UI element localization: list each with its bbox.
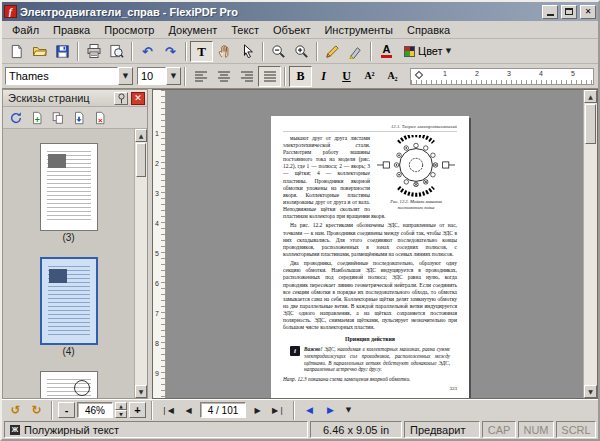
ruler-number: 9 bbox=[155, 370, 159, 377]
bold-button[interactable]: B bbox=[289, 66, 312, 87]
zoom-out-tool-button[interactable] bbox=[267, 41, 290, 62]
move-page-button[interactable] bbox=[69, 108, 89, 127]
last-page-button[interactable]: ▶❘ bbox=[269, 402, 288, 419]
copy-page-button[interactable] bbox=[48, 108, 68, 127]
ruler-indent-marker[interactable] bbox=[415, 70, 423, 78]
previous-page-button[interactable]: ◀ bbox=[179, 402, 198, 419]
maximize-button[interactable] bbox=[561, 5, 577, 19]
edit-text-icon: T bbox=[197, 45, 206, 58]
pdf-page[interactable]: 12.1. Теория электродвигателей bbox=[271, 116, 469, 398]
close-button[interactable]: ✕ bbox=[580, 5, 596, 19]
view-history-dropdown-button[interactable]: ▼ bbox=[342, 402, 355, 419]
first-page-button[interactable]: ❘◀ bbox=[158, 402, 177, 419]
select-arrow-icon bbox=[241, 44, 255, 58]
zoom-in-tool-button[interactable] bbox=[290, 41, 313, 62]
menu-object[interactable]: Объект bbox=[266, 23, 317, 37]
page-number-input[interactable] bbox=[200, 402, 246, 418]
menu-help[interactable]: Справка bbox=[400, 23, 457, 37]
pencil-tool-button[interactable] bbox=[321, 41, 344, 62]
toolbar-separator bbox=[316, 42, 318, 61]
new-document-button[interactable] bbox=[5, 41, 28, 62]
print-preview-button[interactable] bbox=[105, 41, 128, 62]
align-center-button[interactable] bbox=[212, 66, 235, 87]
zoom-out-button[interactable]: - bbox=[58, 402, 75, 418]
menu-file[interactable]: Файл bbox=[5, 23, 46, 37]
thumbnail-page-3[interactable]: (3) bbox=[40, 143, 98, 243]
select-object-tool-button[interactable] bbox=[236, 41, 259, 62]
thumbnail-page-5[interactable]: (5) bbox=[40, 371, 98, 398]
rotate-left-button[interactable]: ↺ bbox=[6, 402, 25, 419]
superscript-button[interactable]: A² bbox=[358, 66, 381, 87]
refresh-thumbnails-button[interactable] bbox=[6, 108, 26, 127]
ruler-number: 4 bbox=[155, 220, 159, 227]
scroll-down-button[interactable]: ▼ bbox=[135, 385, 147, 398]
toolbar-separator bbox=[370, 42, 372, 61]
thumbnail-image bbox=[40, 371, 98, 398]
next-view-button[interactable]: ▶ bbox=[321, 402, 340, 419]
last-page-icon: ▶❘ bbox=[272, 406, 285, 415]
ruler-number: 1 bbox=[155, 130, 159, 137]
panel-pin-button[interactable] bbox=[114, 92, 128, 105]
color-swatch-icon bbox=[404, 46, 415, 57]
undo-button[interactable]: ↶ bbox=[136, 41, 159, 62]
scroll-thumb[interactable] bbox=[585, 104, 596, 144]
thumbnail-page-4[interactable]: (4) bbox=[40, 257, 98, 357]
zoom-level-input[interactable] bbox=[77, 402, 113, 418]
italic-button[interactable]: I bbox=[312, 66, 335, 87]
save-button[interactable] bbox=[51, 41, 74, 62]
font-name-dropdown-button[interactable]: ▼ bbox=[118, 67, 133, 85]
add-page-button[interactable]: + bbox=[27, 108, 47, 127]
print-button[interactable] bbox=[82, 41, 105, 62]
menu-view[interactable]: Просмотр bbox=[97, 23, 161, 37]
text-color-button[interactable]: A bbox=[375, 41, 398, 62]
previous-view-button[interactable]: ◀ bbox=[300, 402, 319, 419]
align-left-button[interactable] bbox=[189, 66, 212, 87]
hand-icon bbox=[217, 44, 232, 59]
redo-button[interactable]: ↷ bbox=[159, 41, 182, 62]
menu-text[interactable]: Текст bbox=[224, 23, 266, 37]
spin-up-button[interactable]: ▲ bbox=[115, 402, 127, 410]
subscript-button[interactable]: A₂ bbox=[381, 66, 404, 87]
align-right-icon bbox=[240, 70, 254, 83]
color-picker-button[interactable]: Цвет ▼ bbox=[398, 41, 457, 62]
back-arrow-icon: ◀ bbox=[306, 405, 313, 415]
scroll-track[interactable] bbox=[584, 103, 597, 385]
hand-tool-button[interactable] bbox=[213, 41, 236, 62]
first-page-icon: ❘◀ bbox=[161, 406, 174, 415]
scroll-down-button[interactable]: ▼ bbox=[584, 385, 597, 398]
align-right-button[interactable] bbox=[235, 66, 258, 87]
important-icon: i bbox=[290, 346, 300, 356]
delete-page-button[interactable]: × bbox=[90, 108, 110, 127]
menu-tools[interactable]: Инструменты bbox=[317, 23, 400, 37]
open-folder-icon bbox=[32, 43, 48, 59]
rotate-right-button[interactable]: ↻ bbox=[27, 402, 46, 419]
vertical-scrollbar: ▲ ▼ bbox=[583, 90, 597, 398]
underline-button[interactable]: U bbox=[335, 66, 358, 87]
scroll-thumb[interactable] bbox=[136, 143, 146, 177]
spin-down-button[interactable]: ▼ bbox=[115, 410, 127, 418]
menu-document[interactable]: Документ bbox=[161, 23, 224, 37]
align-justify-button[interactable] bbox=[258, 66, 281, 87]
text-color-icon: A bbox=[381, 44, 392, 58]
font-size-dropdown-button[interactable]: ▼ bbox=[166, 67, 181, 85]
zoom-in-icon bbox=[294, 44, 309, 59]
menu-edit[interactable]: Правка bbox=[46, 23, 97, 37]
scroll-up-button[interactable]: ▲ bbox=[584, 90, 597, 103]
panel-close-button[interactable]: ✕ bbox=[131, 92, 145, 105]
superscript-icon: A² bbox=[364, 71, 374, 81]
font-size-input[interactable] bbox=[138, 68, 165, 84]
toolbar-separator bbox=[77, 42, 79, 61]
next-page-button[interactable]: ▶ bbox=[248, 402, 267, 419]
next-page-icon: ▶ bbox=[254, 406, 260, 415]
scroll-track[interactable] bbox=[135, 142, 147, 385]
figure-12-2: Рис. 12.2. Модель машины постоянного ток… bbox=[375, 135, 457, 211]
open-button[interactable] bbox=[28, 41, 51, 62]
ruler-number: 2 bbox=[475, 70, 479, 77]
thumbnails-panel: Эскизы страниц ✕ + × (3) bbox=[2, 89, 148, 399]
zoom-in-button[interactable]: + bbox=[129, 402, 146, 418]
font-name-input[interactable] bbox=[6, 68, 117, 84]
minimize-button[interactable] bbox=[542, 5, 558, 19]
edit-text-tool-button[interactable]: T bbox=[190, 41, 213, 62]
highlighter-tool-button[interactable] bbox=[344, 41, 367, 62]
scroll-up-button[interactable]: ▲ bbox=[135, 129, 147, 142]
